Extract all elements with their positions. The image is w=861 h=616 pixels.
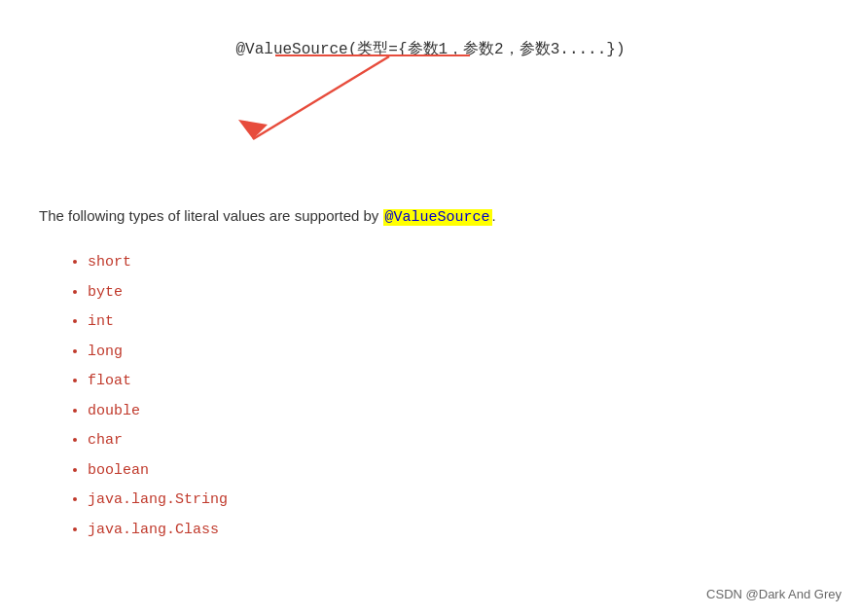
list-item: java.lang.String <box>88 487 822 515</box>
svg-marker-1 <box>238 120 268 139</box>
list-item: int <box>88 308 822 337</box>
list-item: char <box>88 427 822 455</box>
list-item: long <box>88 339 822 367</box>
type-list: shortbyteintlongfloatdoublecharbooleanja… <box>39 249 822 544</box>
description-suffix: . <box>492 207 496 224</box>
list-item: byte <box>88 279 822 308</box>
list-item: double <box>88 398 822 426</box>
valuesource-highlight: @ValueSource <box>383 209 492 226</box>
list-item: float <box>88 368 822 396</box>
list-item: short <box>88 249 822 277</box>
annotation-area: @ValueSource(类型={参数1，参数2，参数3.....}) <box>39 19 822 175</box>
arrow-icon <box>214 47 428 154</box>
svg-line-0 <box>253 56 389 139</box>
list-item: boolean <box>88 457 822 486</box>
footer-credit: CSDN @Dark And Grey <box>706 587 842 601</box>
list-item: java.lang.Class <box>88 517 822 545</box>
description-prefix: The following types of literal values ar… <box>39 207 383 224</box>
description-paragraph: The following types of literal values ar… <box>39 204 822 230</box>
